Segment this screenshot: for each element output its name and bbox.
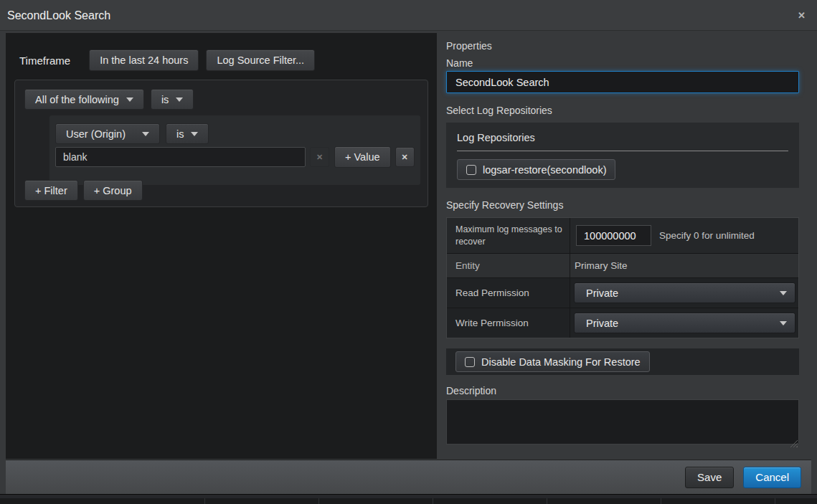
table-row-max-messages: Maximum log messages to recover Specify …	[447, 218, 798, 253]
write-permission-select[interactable]: Private	[574, 313, 795, 333]
chevron-down-icon	[176, 98, 183, 102]
repo-checkbox-item[interactable]: logsar-restore(secondlook)	[457, 159, 615, 180]
name-input[interactable]	[446, 71, 799, 93]
chevron-down-icon	[780, 321, 787, 325]
filter-field-row: User (Origin) is	[55, 123, 415, 144]
filter-value-input[interactable]	[55, 147, 306, 167]
timeframe-button[interactable]: In the last 24 hours	[89, 49, 199, 71]
add-group-button[interactable]: + Group	[83, 180, 143, 201]
max-messages-input[interactable]	[576, 225, 651, 246]
divider	[204, 498, 205, 504]
checkbox-unchecked-icon[interactable]	[465, 357, 475, 367]
recovery-settings-table: Maximum log messages to recover Specify …	[446, 217, 799, 338]
entity-label: Entity	[447, 254, 570, 277]
table-row-write-permission: Write Permission Private	[447, 308, 798, 338]
filter-value-row: ✕ + Value ✕	[55, 146, 415, 168]
filter-condition-dropdown[interactable]: is	[166, 123, 209, 144]
group-operator-row: All of the following is	[24, 89, 418, 110]
add-value-button[interactable]: + Value	[334, 146, 391, 168]
dialog-titlebar: SecondLook Search ✕	[0, 0, 817, 31]
max-messages-label: Maximum log messages to recover	[447, 218, 570, 253]
group-condition-label: is	[161, 94, 169, 105]
filter-condition-label: is	[176, 128, 184, 140]
divider	[433, 498, 433, 504]
masking-band: Disable Data Masking For Restore	[446, 348, 799, 375]
remove-value-icon[interactable]: ✕	[310, 147, 329, 167]
secondlook-search-dialog: SecondLook Search ✕ Timeframe In the las…	[0, 0, 817, 494]
chevron-down-icon	[126, 98, 133, 102]
read-permission-select[interactable]: Private	[574, 282, 795, 303]
read-permission-label: Read Permission	[447, 278, 570, 308]
max-messages-hint: Specify 0 for unlimited	[659, 230, 755, 241]
disable-masking-checkbox-item[interactable]: Disable Data Masking For Restore	[455, 351, 650, 372]
write-permission-label: Write Permission	[447, 308, 570, 338]
log-repositories-title: Log Repositories	[457, 132, 788, 143]
log-repositories-panel: Log Repositories logsar-restore(secondlo…	[446, 123, 799, 188]
log-source-filter-button[interactable]: Log Source Filter...	[206, 49, 315, 71]
timeframe-label: Timeframe	[19, 54, 70, 67]
checkbox-unchecked-icon[interactable]	[466, 165, 476, 175]
timeframe-row: Timeframe In the last 24 hours Log Sourc…	[19, 49, 315, 71]
add-filter-button[interactable]: + Filter	[24, 180, 78, 201]
table-row-read-permission: Read Permission Private	[447, 277, 798, 308]
description-label: Description	[446, 385, 799, 396]
recovery-settings-heading: Specify Recovery Settings	[446, 199, 799, 211]
group-operator-label: All of the following	[35, 94, 119, 105]
remove-filter-icon[interactable]: ✕	[395, 147, 415, 167]
select-log-repositories-heading: Select Log Repositories	[446, 105, 799, 116]
properties-heading: Properties	[446, 40, 799, 52]
dialog-title: SecondLook Search	[7, 0, 110, 31]
filter-item-box: User (Origin) is ✕ + Value ✕	[49, 115, 420, 185]
read-permission-value: Private	[586, 287, 618, 299]
table-row-entity: Entity Primary Site	[447, 253, 798, 277]
divider	[318, 498, 319, 504]
filter-group-box: All of the following is User (Origin)	[14, 80, 428, 207]
chevron-down-icon	[142, 132, 149, 136]
save-button[interactable]: Save	[685, 467, 734, 488]
chevron-down-icon	[780, 291, 787, 295]
filter-field-dropdown[interactable]: User (Origin)	[55, 123, 160, 144]
chevron-down-icon	[191, 132, 198, 136]
divider	[457, 151, 788, 151]
page-background: SecondLook Search ✕ Timeframe In the las…	[0, 0, 817, 504]
close-icon[interactable]: ✕	[795, 0, 808, 31]
divider	[661, 498, 661, 504]
disable-masking-label: Disable Data Masking For Restore	[481, 356, 641, 368]
divider	[547, 498, 547, 504]
repo-item-label: logsar-restore(secondlook)	[483, 164, 606, 176]
write-permission-value: Private	[586, 318, 618, 329]
filter-field-label: User (Origin)	[66, 128, 126, 140]
group-condition-dropdown[interactable]: is	[151, 89, 194, 110]
search-filter-panel: Timeframe In the last 24 hours Log Sourc…	[6, 33, 437, 459]
background-page-strip	[0, 494, 817, 504]
divider	[775, 498, 775, 504]
cancel-button[interactable]: Cancel	[743, 467, 801, 488]
group-operator-dropdown[interactable]: All of the following	[24, 89, 144, 110]
dialog-footer: Save Cancel	[6, 460, 811, 494]
entity-value: Primary Site	[570, 254, 798, 277]
name-label: Name	[446, 57, 799, 69]
add-controls-row: + Filter + Group	[24, 180, 143, 201]
description-textarea[interactable]	[446, 399, 799, 444]
